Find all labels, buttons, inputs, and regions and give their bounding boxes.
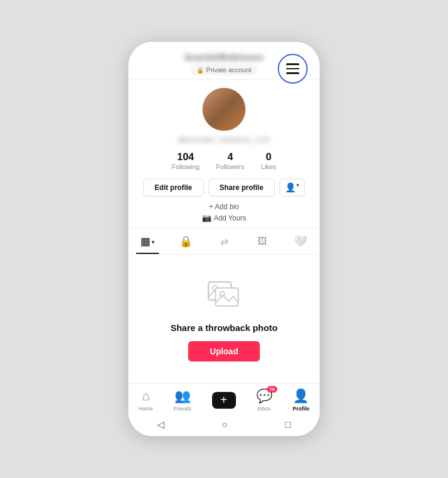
home-button[interactable]: ○ — [222, 419, 228, 430]
tab-repost[interactable]: ⇄ — [205, 229, 243, 254]
stats-row: 104 Following 4 Followers 0 Likes — [171, 151, 276, 170]
add-button[interactable]: + — [212, 392, 236, 409]
private-account-badge: 🔒 Private account — [191, 65, 257, 75]
content-area: Share a throwback photo Upload — [128, 255, 320, 383]
inbox-icon: 💬 78 — [256, 388, 272, 404]
profile-section: @scarlett_robinson_123 104 Following 4 F… — [128, 79, 320, 228]
friends-icon: 👥 — [174, 388, 191, 404]
likes-stat[interactable]: 0 Likes — [261, 151, 277, 170]
likes-count: 0 — [266, 151, 271, 163]
camera-icon: 📷 — [202, 213, 211, 222]
home-icon: ⌂ — [142, 388, 149, 404]
throwback-title: Share a throwback photo — [170, 323, 277, 333]
followers-stat[interactable]: 4 Followers — [216, 151, 244, 170]
throwback-illustration — [206, 276, 242, 315]
nav-home[interactable]: ⌂ Home — [139, 388, 153, 412]
repost-icon: ⇄ — [220, 236, 228, 247]
menu-line-1 — [286, 63, 299, 65]
bio-section: + Add bio 📷 Add Yours — [202, 203, 247, 222]
tab-posts[interactable]: ▦ ▾ — [128, 229, 167, 254]
likes-label: Likes — [261, 163, 277, 170]
dropdown-icon: ▾ — [152, 239, 155, 245]
user-handle: @scarlett_robinson_123 — [179, 136, 269, 144]
private-label: Private account — [206, 66, 251, 73]
add-friend-button[interactable]: 👤+ — [280, 179, 305, 197]
friends-label: Friends — [173, 406, 191, 412]
posts-icon: ▦ — [140, 235, 151, 248]
add-yours-button[interactable]: 📷 Add Yours — [202, 213, 247, 222]
phone-frame: ScarlettRobinson 🔒 Private account @scar… — [128, 42, 320, 436]
tagged-icon: 🖼 — [257, 236, 267, 247]
edit-profile-button[interactable]: Edit profile — [143, 179, 204, 197]
nav-profile[interactable]: 👤 Profile — [293, 388, 309, 412]
nav-friends[interactable]: 👥 Friends — [173, 388, 191, 412]
bottom-nav: ⌂ Home 👥 Friends + 💬 78 Inbox 👤 Profile — [128, 383, 320, 414]
username: ScarlettRobinson — [185, 53, 263, 62]
following-label: Following — [171, 163, 199, 170]
share-profile-button[interactable]: Share profile — [208, 179, 275, 197]
person-add-icon: 👤+ — [285, 182, 299, 193]
recent-button[interactable]: □ — [285, 419, 291, 430]
lock-tab-icon: 🔒 — [179, 235, 192, 248]
home-label: Home — [139, 406, 153, 412]
android-nav: ◁ ○ □ — [128, 414, 320, 436]
menu-button[interactable] — [278, 54, 308, 84]
add-bio-button[interactable]: + Add bio — [209, 203, 239, 211]
avatar — [202, 88, 246, 131]
add-yours-label: Add Yours — [214, 214, 247, 222]
phone-inner: ScarlettRobinson 🔒 Private account @scar… — [128, 42, 320, 436]
nav-inbox[interactable]: 💬 78 Inbox — [256, 388, 272, 412]
action-buttons: Edit profile Share profile 👤+ — [143, 179, 305, 197]
profile-icon: 👤 — [293, 388, 309, 404]
tabs-row: ▦ ▾ 🔒 ⇄ 🖼 🤍 — [128, 228, 320, 255]
back-button[interactable]: ◁ — [157, 419, 164, 430]
tab-tagged[interactable]: 🖼 — [243, 229, 281, 254]
upload-button[interactable]: Upload — [188, 341, 259, 361]
profile-label: Profile — [293, 406, 309, 412]
menu-line-3 — [286, 72, 299, 74]
following-count: 104 — [177, 151, 194, 163]
avatar-image — [202, 88, 246, 131]
svg-rect-2 — [216, 288, 238, 306]
following-stat[interactable]: 104 Following — [171, 151, 199, 170]
liked-icon: 🤍 — [294, 235, 307, 248]
menu-line-2 — [286, 68, 299, 70]
nav-add[interactable]: + — [212, 392, 236, 409]
inbox-label: Inbox — [257, 406, 271, 412]
lock-icon: 🔒 — [197, 67, 204, 73]
tab-lock[interactable]: 🔒 — [167, 229, 205, 254]
inbox-badge: 78 — [267, 386, 277, 393]
followers-count: 4 — [228, 151, 233, 163]
followers-label: Followers — [216, 163, 244, 170]
tab-liked[interactable]: 🤍 — [281, 229, 320, 254]
